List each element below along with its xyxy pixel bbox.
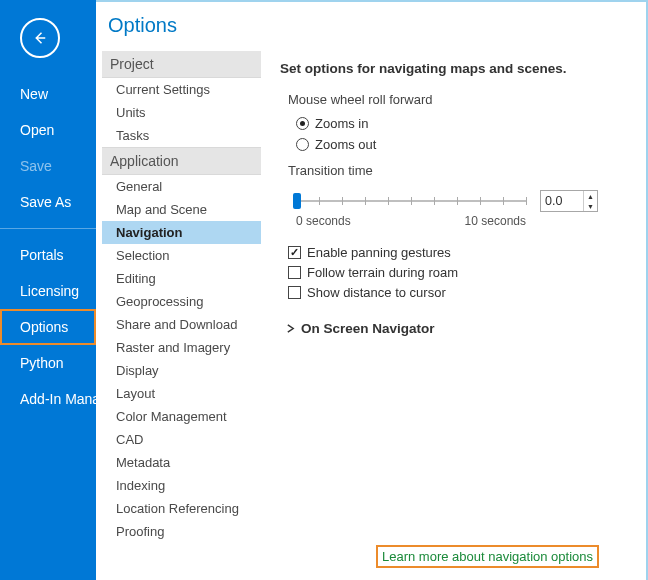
chevron-right-icon xyxy=(286,324,295,333)
slider-min-label: 0 seconds xyxy=(296,214,351,228)
radio-label: Zooms out xyxy=(315,137,376,152)
slider-max-label: 10 seconds xyxy=(465,214,526,228)
tree-item[interactable]: Geoprocessing xyxy=(102,290,261,313)
rail-divider xyxy=(0,228,96,229)
radio-icon xyxy=(296,117,309,130)
rail-item-licensing[interactable]: Licensing xyxy=(0,273,96,309)
tree-item[interactable]: Display xyxy=(102,359,261,382)
checkbox-icon xyxy=(288,266,301,279)
options-content: Set options for navigating maps and scen… xyxy=(262,51,646,580)
checkbox-icon xyxy=(288,246,301,259)
check-terrain[interactable]: Follow terrain during roam xyxy=(288,265,630,280)
backstage-rail: New Open Save Save As Portals Licensing … xyxy=(0,0,96,580)
tree-group-application: Application xyxy=(102,147,261,175)
checkbox-label: Follow terrain during roam xyxy=(307,265,458,280)
rail-item-portals[interactable]: Portals xyxy=(0,237,96,273)
rail-item-save-as[interactable]: Save As xyxy=(0,184,96,220)
options-tree[interactable]: Project Current Settings Units Tasks App… xyxy=(102,51,261,580)
rail-item-save: Save xyxy=(0,148,96,184)
rail-item-options[interactable]: Options xyxy=(0,309,96,345)
spin-up-icon[interactable]: ▲ xyxy=(584,191,597,201)
tree-item[interactable]: CAD xyxy=(102,428,261,451)
tree-item[interactable]: Units xyxy=(102,101,261,124)
check-panning[interactable]: Enable panning gestures xyxy=(288,245,630,260)
learn-more-link[interactable]: Learn more about navigation options xyxy=(376,545,599,568)
rail-item-python[interactable]: Python xyxy=(0,345,96,381)
tree-item[interactable]: Location Referencing xyxy=(102,497,261,520)
tree-item[interactable]: Current Settings xyxy=(102,78,261,101)
dialog-title: Options xyxy=(96,2,646,51)
tree-item[interactable]: Layout xyxy=(102,382,261,405)
tree-item[interactable]: Indexing xyxy=(102,474,261,497)
transition-spinbox[interactable]: 0.0 ▲ ▼ xyxy=(540,190,598,212)
tree-item[interactable]: Raster and Imagery xyxy=(102,336,261,359)
tree-item[interactable]: Share and Download xyxy=(102,313,261,336)
tree-item[interactable]: General xyxy=(102,175,261,198)
radio-zooms-in[interactable]: Zooms in xyxy=(296,116,630,131)
back-button[interactable] xyxy=(20,18,60,58)
spinbox-value: 0.0 xyxy=(541,191,583,211)
tree-item[interactable]: Editing xyxy=(102,267,261,290)
tree-item[interactable]: Selection xyxy=(102,244,261,267)
tree-item[interactable]: Color Management xyxy=(102,405,261,428)
slider-thumb[interactable] xyxy=(293,193,301,209)
expander-label: On Screen Navigator xyxy=(301,321,435,336)
tree-item[interactable]: Map and Scene xyxy=(102,198,261,221)
checkbox-icon xyxy=(288,286,301,299)
spin-down-icon[interactable]: ▼ xyxy=(584,201,597,211)
arrow-left-icon xyxy=(31,29,49,47)
transition-slider[interactable] xyxy=(296,192,526,210)
content-heading: Set options for navigating maps and scen… xyxy=(280,61,630,76)
tree-item[interactable]: Proofing xyxy=(102,520,261,543)
rail-item-open[interactable]: Open xyxy=(0,112,96,148)
radio-icon xyxy=(296,138,309,151)
tree-group-project: Project xyxy=(102,51,261,78)
radio-label: Zooms in xyxy=(315,116,368,131)
check-distance[interactable]: Show distance to cursor xyxy=(288,285,630,300)
rail-item-addin-manager[interactable]: Add-In Manager xyxy=(0,381,96,417)
mouse-wheel-label: Mouse wheel roll forward xyxy=(288,92,630,107)
tree-item-navigation[interactable]: Navigation xyxy=(102,221,261,244)
transition-label: Transition time xyxy=(288,163,630,178)
checkbox-label: Enable panning gestures xyxy=(307,245,451,260)
tree-item[interactable]: Tasks xyxy=(102,124,261,147)
expander-on-screen-navigator[interactable]: On Screen Navigator xyxy=(286,321,630,336)
checkbox-label: Show distance to cursor xyxy=(307,285,446,300)
options-dialog: Options Project Current Settings Units T… xyxy=(96,0,648,580)
tree-item[interactable]: Metadata xyxy=(102,451,261,474)
radio-zooms-out[interactable]: Zooms out xyxy=(296,137,630,152)
rail-item-new[interactable]: New xyxy=(0,76,96,112)
